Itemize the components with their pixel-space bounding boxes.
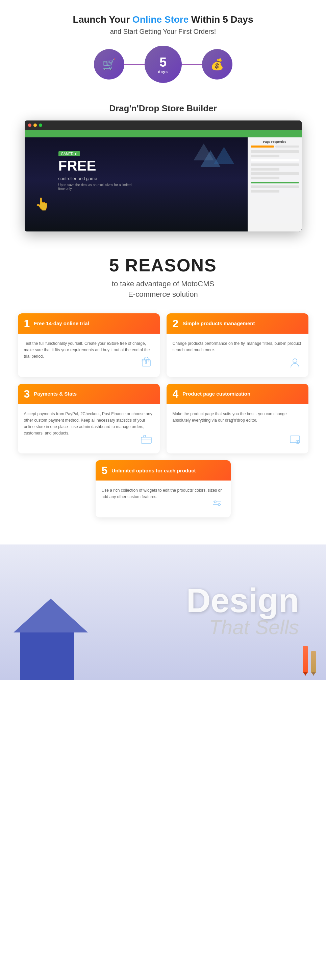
card-5-text: Use a rich collection of widgets to edit… xyxy=(102,487,225,500)
steps-row: 🛒 5 days 💰 xyxy=(7,46,319,83)
hero-title: Launch Your Online Store Within 5 Days xyxy=(7,14,319,26)
game-promo-body: Up to save the deal as an exclusives for… xyxy=(59,183,133,191)
step-5-circle: 5 days xyxy=(145,46,182,83)
design-title: Design xyxy=(187,585,299,616)
step-number: 5 xyxy=(160,55,166,70)
money-icon: 💰 xyxy=(210,58,224,71)
card-4-title: Product page customization xyxy=(182,391,250,396)
geo-decoration xyxy=(193,140,234,175)
sidebar-field-1 xyxy=(251,150,299,153)
browser-dot-green xyxy=(39,124,42,127)
step-line-2 xyxy=(182,64,202,65)
card-1-body: Test the full functionality yourself. Cr… xyxy=(18,334,160,377)
card-4-icon xyxy=(288,433,302,449)
step-cart-circle: 🛒 xyxy=(94,49,124,80)
sidebar-field-2 xyxy=(251,155,280,158)
reasons-subtitle-line2: E-commerce solution xyxy=(128,290,198,299)
svg-rect-9 xyxy=(290,436,300,442)
house-shape xyxy=(14,599,81,680)
builder-title-bold: Drag'n'Drop xyxy=(109,103,159,113)
game-hero-text: GAMEDI●I FREE controller and game Up to … xyxy=(59,150,133,191)
card-1-text: Test the full functionality yourself. Cr… xyxy=(24,340,154,360)
reasons-section: 5 REASONS to take advantage of MotoCMS E… xyxy=(0,235,326,531)
cards-grid: 1 Free 14-day online trial Test the full… xyxy=(11,313,315,453)
card-5-header: 5 Unlimited options for each product xyxy=(96,460,231,480)
sidebar-field-3 xyxy=(251,164,299,166)
svg-point-15 xyxy=(214,501,216,503)
card-4-header: 4 Product page customization xyxy=(166,384,309,404)
svg-text:FREE: FREE xyxy=(142,359,151,363)
reason-card-5: 5 Unlimited options for each product Use… xyxy=(96,460,231,517)
builder-section: Drag'n'Drop Store Builder GAMEDI●I FREE … xyxy=(0,97,326,235)
svg-rect-7 xyxy=(141,437,151,443)
browser-dot-yellow xyxy=(33,124,37,127)
svg-point-6 xyxy=(293,359,297,363)
card-4-number: 4 xyxy=(172,388,179,399)
card-3-number: 3 xyxy=(24,388,30,399)
browser-bar xyxy=(25,121,302,130)
card-3-icon xyxy=(139,433,153,449)
reasons-subtitle: to take advantage of MotoCMS E-commerce … xyxy=(7,279,319,300)
design-section: ❖ ❤ Design That Sells xyxy=(0,544,326,680)
hero-title-part1: Launch Your xyxy=(73,14,133,25)
step-line-1 xyxy=(124,64,145,65)
cards-single: 5 Unlimited options for each product Use… xyxy=(89,460,237,517)
browser-dot-red xyxy=(28,124,32,127)
builder-title-rest: Store Builder xyxy=(159,103,217,113)
pencils-decoration xyxy=(303,646,316,673)
sidebar-accent xyxy=(251,182,299,183)
card-2-body: Change products performance on the fly, … xyxy=(166,334,309,370)
house-container xyxy=(14,599,81,680)
sidebar-field-4 xyxy=(251,168,280,170)
card-3-header: 3 Payments & Stats xyxy=(18,384,160,404)
card-3-title: Payments & Stats xyxy=(34,391,77,396)
card-5-icon xyxy=(210,496,224,512)
sidebar-field-8 xyxy=(251,190,280,192)
reason-card-4: 4 Product page customization Make the pr… xyxy=(166,384,309,454)
sidebar-field-7 xyxy=(251,185,299,188)
design-text: Design That Sells xyxy=(187,585,299,639)
house-roof xyxy=(14,599,88,632)
house-body xyxy=(20,632,74,680)
sidebar-field-6 xyxy=(251,177,280,179)
card-2-header: 2 Simple products management xyxy=(166,313,309,334)
card-1-icon: FREE xyxy=(139,356,153,372)
game-brand: GAMEDI●I xyxy=(59,151,80,156)
card-3-body: Accept payments from PayPal, 2Checkout, … xyxy=(18,404,160,454)
game-promo-title: FREE xyxy=(59,158,133,174)
card-2-icon xyxy=(288,356,302,372)
card-4-body: Make the product page that suits you the… xyxy=(166,404,309,441)
svg-point-16 xyxy=(218,504,220,506)
card-1-header: 1 Free 14-day online trial xyxy=(18,313,160,334)
card-2-number: 2 xyxy=(172,318,179,329)
reason-card-3: 3 Payments & Stats Accept payments from … xyxy=(18,384,160,454)
step-money-circle: 💰 xyxy=(202,49,233,80)
card-5-title: Unlimited options for each product xyxy=(111,468,196,473)
hero-title-highlight: Online Store xyxy=(133,14,188,25)
browser-mockup: GAMEDI●I FREE controller and game Up to … xyxy=(25,121,302,231)
game-promo-subtitle: controller and game xyxy=(59,176,133,181)
card-2-text: Change products performance on the fly, … xyxy=(172,340,302,353)
browser-content: GAMEDI●I FREE controller and game Up to … xyxy=(25,130,302,231)
card-1-title: Free 14-day online trial xyxy=(34,320,89,326)
reason-card-2: 2 Simple products management Change prod… xyxy=(166,313,309,377)
svg-marker-1 xyxy=(214,147,234,164)
reasons-subtitle-line1: to take advantage of MotoCMS xyxy=(112,280,214,288)
sidebar-title: Page Properties xyxy=(251,140,299,143)
hero-section: Launch Your Online Store Within 5 Days a… xyxy=(0,0,326,97)
hero-subtitle: and Start Getting Your First Orders! xyxy=(7,28,319,35)
hero-title-part2: Within 5 Days xyxy=(188,14,253,25)
cart-icon: 🛒 xyxy=(102,58,116,71)
sidebar-spacer xyxy=(251,159,299,161)
pencil-tan xyxy=(311,651,316,673)
card-5-number: 5 xyxy=(102,465,108,476)
sidebar-field-5 xyxy=(251,172,299,175)
step-days-label: days xyxy=(158,70,168,74)
card-3-text: Accept payments from PayPal, 2Checkout, … xyxy=(24,411,154,437)
card-1-number: 1 xyxy=(24,318,30,329)
sidebar-mockup: Page Properties xyxy=(248,137,302,231)
green-nav-bar xyxy=(25,130,302,137)
pencil-orange xyxy=(303,646,308,673)
sidebar-tabs xyxy=(251,145,299,148)
cursor-hand-icon: 👆 xyxy=(35,197,50,211)
